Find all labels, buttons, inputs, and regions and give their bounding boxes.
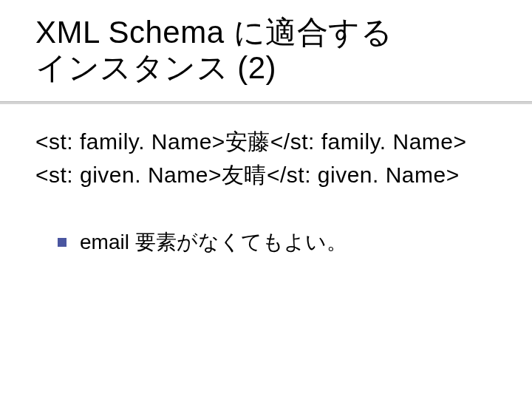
code-line-1: <st: family. Name>安藤</st: family. Name> <box>35 125 497 158</box>
slide-body: <st: family. Name>安藤</st: family. Name> … <box>0 104 532 258</box>
title-line-2: インスタンス (2) <box>35 50 276 85</box>
slide: XML Schema に適合する インスタンス (2) <st: family.… <box>0 0 532 399</box>
square-bullet-icon <box>58 238 66 247</box>
bullet-list: email 要素がなくてもよい。 <box>35 227 497 258</box>
code-line-2: <st: given. Name>友晴</st: given. Name> <box>35 158 497 191</box>
title-line-1: XML Schema に適合する <box>35 15 392 50</box>
list-item: email 要素がなくてもよい。 <box>58 227 497 258</box>
slide-title: XML Schema に適合する インスタンス (2) <box>0 15 532 94</box>
bullet-text: email 要素がなくてもよい。 <box>80 227 347 258</box>
